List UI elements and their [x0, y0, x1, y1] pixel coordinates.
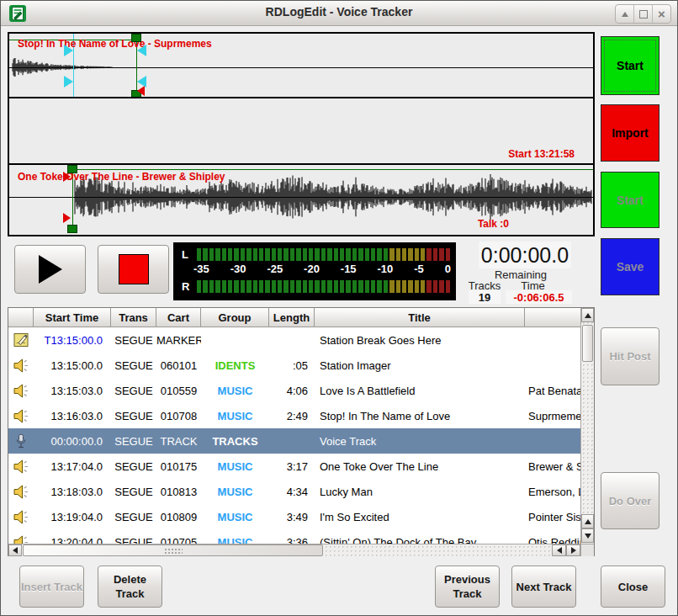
- speaker-icon: [13, 384, 29, 398]
- vu-segment: [389, 280, 394, 293]
- segue-marker-handle-top[interactable]: [131, 34, 141, 42]
- table-row[interactable]: 13:15:03.0 SEGUE 010559 MUSIC 4:06 Love …: [8, 378, 581, 403]
- vertical-scroll-thumb[interactable]: [582, 325, 593, 362]
- cell-group: MUSIC: [201, 536, 269, 544]
- scroll-right-button[interactable]: [566, 544, 580, 556]
- table-row[interactable]: 13:19:04.0 SEGUE 010809 MUSIC 3:49 I'm S…: [8, 504, 581, 529]
- event-type-icon: [8, 485, 34, 499]
- start-marker-icon[interactable]: [63, 172, 71, 182]
- close-button[interactable]: Close: [601, 566, 665, 608]
- column-header-cart[interactable]: Cart: [156, 308, 201, 327]
- previous-track-button[interactable]: Previous Track: [435, 566, 500, 608]
- cell-title: Stop! In The Name of Love: [315, 410, 525, 422]
- cell-artist: Suprmemes: [525, 410, 581, 422]
- elapsed-time-display: 0:00:00.0: [479, 242, 571, 268]
- vertical-scrollbar[interactable]: [580, 308, 594, 544]
- close-window-button[interactable]: ×: [653, 5, 670, 23]
- stop-button[interactable]: [98, 245, 169, 294]
- fade-marker-icon[interactable]: [64, 76, 73, 88]
- fade-marker-icon[interactable]: [137, 45, 146, 56]
- table-row[interactable]: 13:18:03.0 SEGUE 010813 MUSIC 4:34 Lucky…: [8, 479, 581, 504]
- scrollbar-corner: [580, 544, 594, 556]
- scroll-left-button[interactable]: [8, 544, 22, 556]
- vu-segment: [197, 248, 201, 261]
- fade-marker-icon[interactable]: [64, 45, 73, 56]
- horizontal-scrollbar[interactable]: [8, 544, 581, 556]
- column-header-title[interactable]: Title: [315, 308, 525, 327]
- maximize-window-button[interactable]: [634, 5, 653, 23]
- vu-segment: [278, 248, 282, 261]
- vu-segment: [272, 248, 276, 261]
- vu-segment: [259, 280, 263, 293]
- waveform-panel-previous-cart[interactable]: Stop! In The Name of Love - Suprmemes: [9, 34, 593, 98]
- vu-segment: [421, 248, 425, 261]
- stop-icon: [119, 254, 149, 284]
- vu-segment: [358, 248, 363, 261]
- vu-segment: [389, 248, 394, 261]
- vu-segment: [446, 280, 450, 293]
- vu-scale-tick: -25: [267, 263, 283, 278]
- vu-segment: [265, 280, 269, 293]
- vu-segment: [222, 280, 226, 293]
- vu-segment: [365, 248, 369, 261]
- cell-length: 4:06: [269, 385, 315, 397]
- vu-segment: [377, 280, 381, 293]
- waveform-panel-voice-track[interactable]: Start 13:21:58: [9, 98, 593, 165]
- waveform-panel-next-cart[interactable]: One Toke Over The Line - Brewer & Shiple…: [9, 165, 593, 233]
- scroll-up-button[interactable]: [581, 308, 594, 322]
- start-marker-icon[interactable]: [63, 213, 71, 223]
- log-table-body: T13:15:00.0 SEGUE MARKER Station Break G…: [8, 327, 581, 544]
- cell-cart: TRACK: [156, 435, 201, 448]
- column-header-length[interactable]: Length: [269, 308, 315, 327]
- horizontal-scroll-thumb[interactable]: [23, 544, 323, 556]
- arrow-left-icon: [13, 547, 18, 554]
- vu-segment: [371, 248, 375, 261]
- vu-segment: [278, 280, 282, 293]
- event-type-icon: [8, 433, 34, 449]
- cell-title: Voice Track: [315, 435, 525, 448]
- talk-time-label: Talk :0: [478, 218, 509, 230]
- vu-segment: [396, 280, 400, 293]
- column-header-start-time[interactable]: Start Time: [34, 308, 111, 327]
- next-track-button[interactable]: Next Track: [511, 566, 576, 608]
- scroll-up-button-bottom[interactable]: [581, 514, 594, 528]
- end-marker-icon[interactable]: [137, 86, 145, 96]
- delete-track-button[interactable]: Delete Track: [98, 566, 162, 608]
- table-row[interactable]: 13:15:00.0 SEGUE 060101 IDENTS :05 Stati…: [8, 353, 581, 378]
- table-row[interactable]: 00:00:00.0 SEGUE TRACK TRACKS Voice Trac…: [8, 428, 581, 454]
- play-button[interactable]: [14, 245, 86, 294]
- cell-cart: 010809: [156, 511, 201, 523]
- table-row[interactable]: T13:15:00.0 SEGUE MARKER Station Break G…: [8, 327, 581, 353]
- vu-segment: [234, 280, 238, 293]
- scroll-left-button-right[interactable]: [552, 544, 566, 556]
- cell-cart: 010813: [156, 486, 201, 498]
- vu-segment: [246, 248, 251, 261]
- vu-scale-tick: -10: [378, 263, 394, 278]
- vu-segment: [290, 280, 294, 293]
- table-row[interactable]: 13:16:03.0 SEGUE 010708 MUSIC 2:49 Stop!…: [8, 403, 581, 428]
- column-header-icon[interactable]: [8, 308, 34, 327]
- shade-window-button[interactable]: [616, 5, 634, 23]
- vu-segment: [259, 248, 263, 261]
- segue-marker-handle-bottom[interactable]: [67, 225, 77, 233]
- start-button[interactable]: Start: [601, 36, 659, 95]
- column-header-trans[interactable]: Trans: [111, 308, 156, 327]
- column-header-artist[interactable]: [525, 308, 581, 327]
- table-row[interactable]: 13:20:04.0 SEGUE 010705 MUSIC 3:36 (Sitt…: [8, 529, 581, 544]
- vu-segment: [203, 248, 207, 261]
- vu-scale-tick: -15: [341, 263, 357, 278]
- column-header-group[interactable]: Group: [201, 308, 269, 327]
- vu-segment: [228, 248, 232, 261]
- speaker-icon: [13, 358, 29, 373]
- thumb-grip: [164, 548, 183, 555]
- vu-segment: [439, 280, 443, 293]
- vu-segment: [346, 280, 350, 293]
- vu-segment: [234, 248, 238, 261]
- vu-segment: [433, 280, 437, 293]
- import-button[interactable]: Import: [601, 104, 659, 162]
- hit-post-button: Hit Post: [601, 327, 659, 385]
- table-row[interactable]: 13:17:04.0 SEGUE 010175 MUSIC 3:17 One T…: [8, 454, 581, 479]
- vu-scale-tick: -35: [193, 263, 209, 278]
- vu-segment: [315, 280, 319, 293]
- scroll-down-button[interactable]: [581, 528, 594, 543]
